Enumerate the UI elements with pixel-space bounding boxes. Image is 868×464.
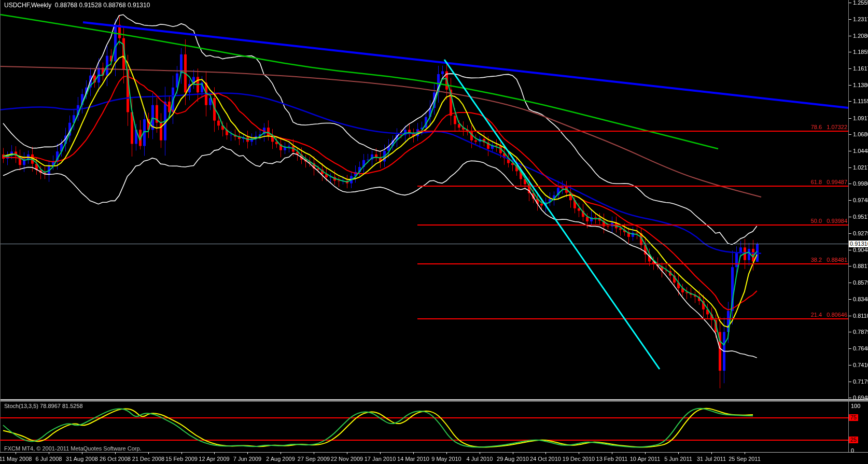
date-tick-label: 19 Dec 2010 xyxy=(563,456,595,462)
price-tick-label: 0.69480 xyxy=(853,395,868,401)
price-tick-label: 1.25550 xyxy=(853,0,868,6)
date-tick-label: 13 Feb 2011 xyxy=(596,456,628,462)
date-tick-label: 15 Feb 2009 xyxy=(165,456,198,462)
price-tick-label: 1.18550 xyxy=(853,49,868,55)
fib-level-label: 78.6 1.07322 xyxy=(767,124,847,131)
date-tick-label: 11 May 2008 xyxy=(0,456,32,462)
price-tick-label: 1.02170 xyxy=(853,164,868,171)
price-tick-label: 1.09170 xyxy=(853,115,868,122)
date-tick-label: 17 Jan 2010 xyxy=(365,456,396,462)
stochastic-label: Stoch(13,3,5) 78.8967 81.5258 xyxy=(4,403,83,410)
date-tick-label: 2 Aug 2009 xyxy=(266,456,295,462)
chart-title: USDCHF,Weekly 0.88768 0.91528 0.88768 0.… xyxy=(4,2,150,9)
price-tick-label: 0.99860 xyxy=(853,180,868,187)
stochastic-main-value: 78.8967 xyxy=(40,403,61,409)
stoch-level-label: 0 xyxy=(851,447,854,454)
price-tick-label: 0.92790 xyxy=(853,230,868,237)
price-tick-label: 0.71790 xyxy=(853,378,868,385)
price-tick-label: 0.81100 xyxy=(853,313,868,319)
stoch-level-badge: 75 xyxy=(849,414,858,421)
date-tick-label: 31 Aug 2008 xyxy=(66,456,98,462)
current-price-tag: 0.91310 xyxy=(849,241,868,247)
price-tick-label: 0.83480 xyxy=(853,296,868,303)
stochastic-signal-value: 81.5258 xyxy=(62,403,83,409)
price-tick-label: 0.85790 xyxy=(853,279,868,286)
date-tick-label: 14 Mar 2010 xyxy=(397,456,429,462)
price-tick-label: 1.13860 xyxy=(853,82,868,89)
price-tick-label: 0.95170 xyxy=(853,214,868,220)
date-tick-label: 5 Jun 2011 xyxy=(664,456,692,462)
price-tick-label: 0.90480 xyxy=(853,247,868,254)
chart-canvas[interactable] xyxy=(0,0,868,464)
stochastic-name: Stoch(13,3,5) xyxy=(4,403,38,409)
fib-level-label: 50.0 0.93984 xyxy=(767,218,847,224)
price-tick-label: 0.78790 xyxy=(853,329,868,335)
date-tick-label: 22 Nov 2009 xyxy=(331,456,363,462)
price-tick-label: 1.06860 xyxy=(853,131,868,138)
copyright-text: FXCM MT4, © 2001-2011 MetaQuotes Softwar… xyxy=(4,445,142,452)
date-tick-label: 26 Oct 2008 xyxy=(100,456,131,462)
price-tick-label: 0.74100 xyxy=(853,362,868,369)
date-tick-label: 21 Dec 2008 xyxy=(132,456,164,462)
date-tick-label: 10 Apr 2011 xyxy=(630,456,661,462)
date-tick-label: 7 Jun 2009 xyxy=(233,456,261,462)
price-tick-label: 1.20860 xyxy=(853,33,868,39)
fib-level-label: 61.8 0.99487 xyxy=(767,179,847,186)
price-tick-label: 0.76480 xyxy=(853,345,868,352)
date-tick-label: 25 Sep 2011 xyxy=(729,456,761,462)
date-tick-label: 27 Sep 2009 xyxy=(298,456,330,462)
price-tick-label: 0.88170 xyxy=(853,263,868,270)
date-tick-label: 12 Apr 2009 xyxy=(199,456,229,462)
date-tick-label: 31 Jul 2011 xyxy=(697,456,726,462)
stoch-level-badge: 25 xyxy=(849,437,858,443)
price-tick-label: 1.04480 xyxy=(853,148,868,154)
price-tick-label: 1.23170 xyxy=(853,16,868,23)
date-tick-label: 29 Aug 2010 xyxy=(497,456,529,462)
date-tick-label: 24 Oct 2010 xyxy=(530,456,561,462)
fib-level-label: 38.2 0.88481 xyxy=(767,257,847,263)
price-tick-label: 0.97480 xyxy=(853,197,868,204)
price-tick-label: 1.16170 xyxy=(853,65,868,72)
fib-level-label: 21.4 0.80646 xyxy=(767,312,847,318)
date-tick-label: 6 Jul 2008 xyxy=(36,456,62,462)
mt4-chart-window: USDCHF,Weekly 0.88768 0.91528 0.88768 0.… xyxy=(0,0,868,464)
date-tick-label: 4 Jul 2010 xyxy=(467,456,493,462)
date-tick-label: 9 May 2010 xyxy=(431,456,461,462)
stoch-level-label: 100 xyxy=(851,403,860,410)
price-tick-label: 1.11550 xyxy=(853,98,868,105)
